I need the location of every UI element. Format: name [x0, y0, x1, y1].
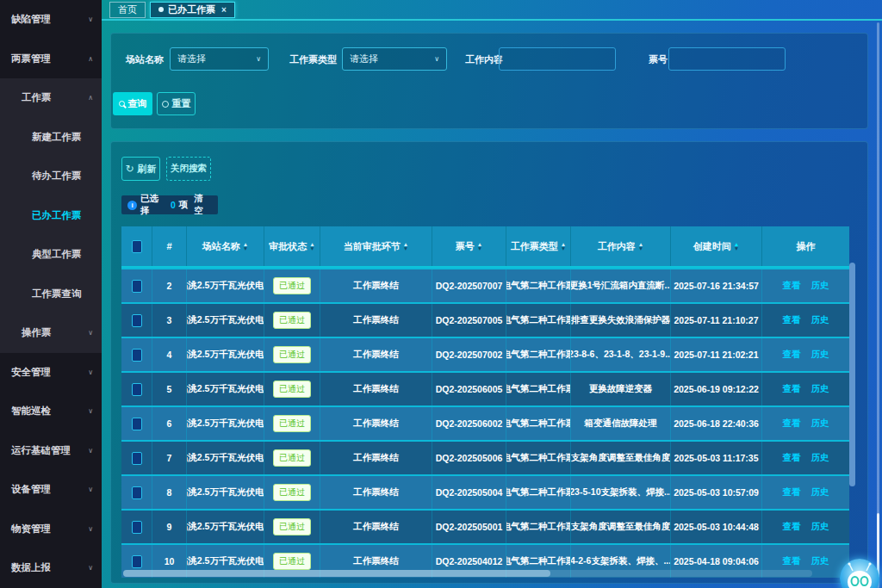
cell-actions: 查看历史 [762, 373, 849, 405]
sidebar-item-smart-inspection[interactable]: 智能巡检∨ [0, 392, 102, 431]
row-checkbox[interactable] [132, 383, 142, 396]
sidebar-item-material-management[interactable]: 物资管理∨ [0, 510, 102, 549]
sort-icon[interactable]: ▲▼ [638, 242, 643, 251]
sidebar-item-operation-ticket[interactable]: 操作票∨ [0, 313, 102, 353]
row-checkbox[interactable] [132, 486, 142, 499]
column-label: 工作内容 [598, 240, 636, 253]
history-link[interactable]: 历史 [811, 280, 829, 292]
sort-icon[interactable]: ▲▼ [309, 242, 314, 251]
station-name-placeholder: 请选择 [177, 53, 206, 65]
sort-icon[interactable]: ▲▼ [403, 242, 408, 251]
column-label: 场站名称 [202, 240, 240, 253]
view-link[interactable]: 查看 [783, 349, 801, 361]
row-checkbox[interactable] [132, 521, 142, 534]
view-link[interactable]: 查看 [783, 486, 801, 498]
view-link[interactable]: 查看 [783, 314, 801, 326]
sidebar-item-data-reporting[interactable]: 数据上报∨ [0, 548, 102, 588]
table-vertical-scrollbar[interactable] [849, 263, 855, 486]
sidebar-item-work-ticket-query[interactable]: 工作票查询 [0, 275, 102, 314]
column-header-type[interactable]: 工作票类型▲▼ [506, 226, 571, 266]
row-checkbox[interactable] [132, 555, 142, 568]
sidebar-item-new-work-ticket[interactable]: 新建工作票 [0, 118, 102, 158]
work-ticket-table: #场站名称▲▼审批状态▲▼当前审批环节▲▼票号▲▼工作票类型▲▼工作内容▲▼创建… [121, 226, 849, 578]
ticket-no-input[interactable] [668, 47, 786, 71]
cell-station: 临洮2.5万千瓦光伏电... [187, 373, 264, 405]
sidebar-item-two-ticket-management[interactable]: 两票管理∧ [0, 40, 102, 79]
tab-done-work-ticket[interactable]: 已办工作票× [150, 2, 235, 18]
ticket-type-select[interactable]: 请选择 ∨ [342, 47, 447, 71]
cell-content: 23-5-10支架拆装、焊接... [571, 476, 671, 509]
row-checkbox[interactable] [132, 418, 142, 430]
tab-home[interactable]: 首页 [109, 2, 146, 18]
sidebar-item-equipment-management[interactable]: 设备管理∨ [0, 470, 102, 510]
sort-icon[interactable]: ▲▼ [561, 242, 566, 251]
view-link[interactable]: 查看 [783, 418, 801, 430]
cell-status: 已通过 [264, 338, 320, 371]
horizontal-scrollbar-thumb[interactable] [123, 570, 550, 577]
row-checkbox[interactable] [132, 452, 142, 465]
sidebar-item-safety-management[interactable]: 安全管理∨ [0, 353, 102, 393]
reset-icon [162, 101, 169, 108]
column-header-station[interactable]: 场站名称▲▼ [187, 226, 264, 266]
sort-icon[interactable]: ▲▼ [734, 242, 739, 251]
sidebar-item-operation-basic-management[interactable]: 运行基础管理∨ [0, 431, 102, 471]
status-badge: 已通过 [273, 518, 311, 535]
chevron-down-icon: ∨ [88, 525, 93, 533]
row-checkbox[interactable] [132, 349, 142, 362]
query-button[interactable]: 查询 [113, 92, 152, 115]
cell-index: 2 [152, 269, 187, 302]
column-header-step[interactable]: 当前审批环节▲▼ [320, 226, 432, 266]
close-search-button[interactable]: 关闭搜索 [166, 157, 211, 181]
cell-content: 支架角度调整至最佳角度 [571, 511, 671, 543]
chevron-down-icon: ∨ [256, 55, 261, 63]
history-link[interactable]: 历史 [811, 521, 829, 533]
table-row: 4临洮2.5万千瓦光伏电...已通过工作票终结DQ2-202507002电气第二… [121, 337, 849, 371]
cell-index: 5 [152, 373, 187, 405]
history-link[interactable]: 历史 [811, 486, 829, 498]
sidebar-item-work-ticket[interactable]: 工作票∧ [0, 78, 102, 118]
history-link[interactable]: 历史 [811, 314, 829, 326]
reset-button[interactable]: 重置 [157, 92, 196, 115]
table-row: 2临洮2.5万千瓦光伏电...已通过工作票终结DQ2-202507007电气第二… [121, 268, 849, 302]
history-link[interactable]: 历史 [811, 349, 829, 361]
clear-selection-link[interactable]: 清空 [194, 193, 212, 217]
sidebar-item-label: 设备管理 [11, 483, 51, 496]
select-all-checkbox[interactable] [132, 240, 142, 253]
sidebar-item-label: 新建工作票 [32, 131, 82, 144]
sidebar-item-typical-work-ticket[interactable]: 典型工作票 [0, 235, 102, 275]
view-link[interactable]: 查看 [783, 280, 801, 292]
history-link[interactable]: 历史 [811, 555, 829, 567]
work-content-input[interactable] [499, 47, 616, 71]
view-link[interactable]: 查看 [783, 383, 801, 395]
history-link[interactable]: 历史 [811, 383, 829, 395]
chevron-up-icon: ∧ [88, 94, 93, 102]
cell-actions: 查看历史 [762, 338, 849, 371]
column-header-select[interactable] [121, 226, 152, 266]
sidebar-item-label: 典型工作票 [32, 248, 82, 261]
sort-icon[interactable]: ▲▼ [243, 242, 248, 251]
view-link[interactable]: 查看 [783, 555, 801, 567]
history-link[interactable]: 历史 [811, 418, 829, 430]
refresh-button[interactable]: ↻ 刷新 [121, 157, 160, 181]
sort-icon[interactable]: ▲▼ [477, 242, 482, 251]
history-link[interactable]: 历史 [811, 452, 829, 464]
close-icon[interactable]: × [221, 5, 227, 15]
sidebar-item-label: 运行基础管理 [11, 444, 71, 457]
column-header-ticket_no[interactable]: 票号▲▼ [432, 226, 506, 266]
assistant-robot-button[interactable] [840, 559, 879, 588]
view-link[interactable]: 查看 [783, 452, 801, 464]
table-header-row: #场站名称▲▼审批状态▲▼当前审批环节▲▼票号▲▼工作票类型▲▼工作内容▲▼创建… [121, 226, 849, 268]
column-label: 创建时间 [693, 240, 731, 253]
view-link[interactable]: 查看 [783, 521, 801, 533]
cell-index: 8 [152, 476, 187, 509]
sidebar-item-done-work-ticket[interactable]: 已办工作票 [0, 196, 102, 236]
cell-step: 工作票终结 [320, 269, 432, 302]
row-checkbox[interactable] [132, 280, 142, 293]
column-header-status[interactable]: 审批状态▲▼ [264, 226, 320, 266]
column-header-content[interactable]: 工作内容▲▼ [571, 226, 671, 266]
column-header-created[interactable]: 创建时间▲▼ [671, 226, 762, 266]
station-name-select[interactable]: 请选择 ∨ [170, 47, 269, 71]
row-checkbox[interactable] [132, 314, 142, 327]
sidebar-item-todo-work-ticket[interactable]: 待办工作票 [0, 157, 102, 196]
sidebar-item-defect-management[interactable]: 缺陷管理∨ [0, 0, 102, 40]
